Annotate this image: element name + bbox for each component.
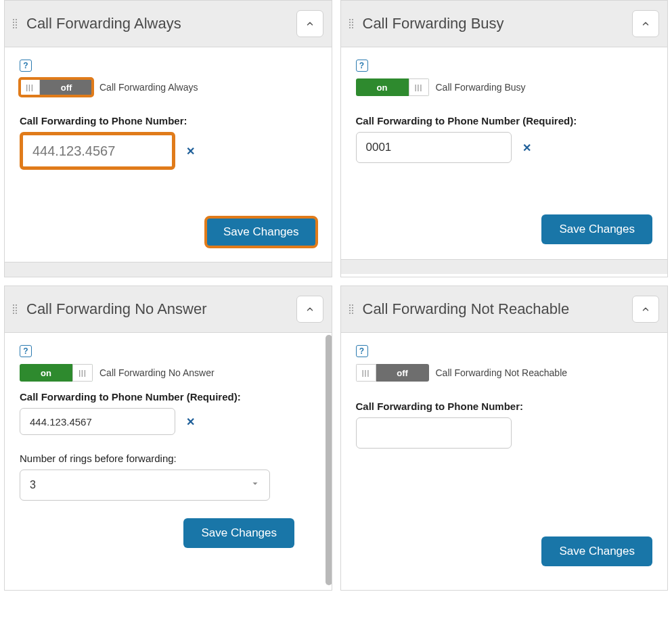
collapse-button[interactable]	[296, 10, 323, 37]
save-button[interactable]: Save Changes	[541, 536, 652, 566]
panel-body: ? on ||| Call Forwarding Busy Call Forwa…	[341, 47, 668, 259]
drag-handle-icon[interactable]	[349, 304, 357, 314]
panel-footer	[5, 262, 332, 277]
drag-handle-icon[interactable]	[13, 304, 21, 314]
panel-body: ? ||| off Call Forwarding Not Reachable …	[341, 333, 668, 590]
chevron-up-icon	[305, 304, 315, 314]
feature-toggle[interactable]: on |||	[356, 78, 429, 96]
panel-title: Call Forwarding No Answer	[26, 300, 291, 318]
feature-toggle[interactable]: ||| off	[20, 78, 93, 96]
help-icon[interactable]: ?	[356, 60, 368, 72]
save-button[interactable]: Save Changes	[541, 214, 652, 244]
panel-call-forwarding-no-answer: Call Forwarding No Answer ? on ||| Call …	[4, 285, 332, 591]
toggle-text: off	[40, 83, 93, 93]
panel-title: Call Forwarding Not Reachable	[363, 300, 627, 318]
panel-header: Call Forwarding Busy	[341, 1, 668, 47]
chevron-down-icon	[250, 479, 260, 491]
phone-input-row: ✕	[20, 408, 317, 435]
panel-body: ? on ||| Call Forwarding No Answer Call …	[5, 333, 332, 590]
feature-label: Call Forwarding Always	[99, 82, 198, 93]
clear-icon[interactable]: ✕	[522, 141, 531, 154]
phone-input[interactable]	[356, 417, 512, 449]
phone-input-row	[356, 417, 653, 449]
panel-title: Call Forwarding Busy	[363, 15, 627, 32]
scrollbar-thumb[interactable]	[326, 335, 332, 585]
help-icon[interactable]: ?	[356, 345, 368, 357]
toggle-knob-icon: |||	[356, 364, 376, 382]
phone-input[interactable]	[356, 132, 512, 163]
panel-title: Call Forwarding Always	[26, 15, 291, 32]
save-button[interactable]: Save Changes	[183, 518, 294, 548]
help-icon[interactable]: ?	[20, 60, 32, 72]
chevron-up-icon	[641, 19, 650, 28]
clear-icon[interactable]: ✕	[186, 415, 195, 428]
toggle-row: on ||| Call Forwarding No Answer	[20, 364, 317, 382]
rings-value: 3	[30, 479, 36, 491]
phone-input[interactable]	[20, 408, 175, 435]
panel-footer	[341, 259, 668, 274]
phone-label: Call Forwarding to Phone Number:	[356, 401, 653, 412]
phone-label: Call Forwarding to Phone Number (Require…	[20, 391, 317, 403]
help-icon[interactable]: ?	[20, 345, 32, 357]
chevron-up-icon	[641, 304, 650, 314]
toggle-row: ||| off Call Forwarding Always	[20, 78, 317, 96]
toggle-row: on ||| Call Forwarding Busy	[356, 78, 653, 96]
collapse-button[interactable]	[632, 296, 659, 323]
phone-label: Call Forwarding to Phone Number:	[20, 115, 317, 127]
collapse-button[interactable]	[296, 296, 323, 323]
drag-handle-icon[interactable]	[13, 19, 21, 28]
phone-label: Call Forwarding to Phone Number (Require…	[356, 115, 653, 127]
toggle-text: on	[356, 83, 409, 93]
rings-label: Number of rings before forwarding:	[20, 453, 317, 464]
feature-toggle[interactable]: ||| off	[356, 364, 429, 382]
feature-label: Call Forwarding Not Reachable	[436, 367, 568, 378]
panel-body: ? ||| off Call Forwarding Always Call Fo…	[5, 47, 332, 262]
toggle-text: off	[376, 368, 429, 378]
phone-input-row: ✕	[20, 132, 317, 170]
toggle-row: ||| off Call Forwarding Not Reachable	[356, 364, 653, 382]
feature-label: Call Forwarding Busy	[436, 82, 526, 93]
chevron-up-icon	[305, 19, 315, 28]
panel-header: Call Forwarding Always	[5, 1, 332, 47]
panel-call-forwarding-busy: Call Forwarding Busy ? on ||| Call Forwa…	[340, 0, 669, 277]
phone-input-row: ✕	[356, 132, 653, 163]
panel-call-forwarding-always: Call Forwarding Always ? ||| off Call Fo…	[4, 0, 332, 277]
toggle-knob-icon: |||	[409, 78, 429, 96]
rings-select[interactable]: 3	[20, 470, 270, 501]
panel-call-forwarding-not-reachable: Call Forwarding Not Reachable ? ||| off …	[340, 285, 669, 591]
toggle-knob-icon: |||	[20, 78, 40, 96]
toggle-knob-icon: |||	[72, 364, 93, 382]
phone-input[interactable]	[20, 132, 175, 170]
panel-header: Call Forwarding No Answer	[5, 286, 332, 333]
toggle-text: on	[20, 368, 72, 378]
clear-icon[interactable]: ✕	[186, 145, 195, 158]
drag-handle-icon[interactable]	[349, 19, 357, 28]
collapse-button[interactable]	[632, 10, 659, 37]
save-button[interactable]: Save Changes	[206, 217, 317, 247]
feature-toggle[interactable]: on |||	[20, 364, 93, 382]
panel-header: Call Forwarding Not Reachable	[341, 286, 668, 333]
feature-label: Call Forwarding No Answer	[99, 367, 215, 378]
